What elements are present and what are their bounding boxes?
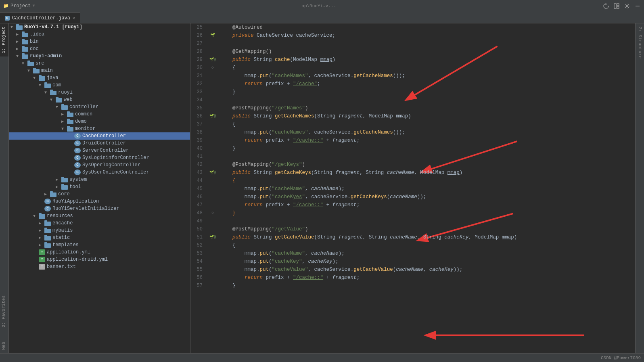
tree-bin[interactable]: ▶ bin [9, 38, 190, 45]
right-side-panel: Z: Structure [635, 23, 644, 353]
code-line-49: 49 [190, 217, 635, 225]
code-line-52: 52 { [190, 241, 635, 249]
project-panel-tab[interactable]: 1: Project [0, 23, 8, 56]
tree-java[interactable]: ▼ java [9, 74, 190, 82]
code-line-29: 29 🌱@ public String cache(ModelMap mmap) [190, 56, 635, 64]
code-line-30: 30 ◇ { [190, 64, 635, 72]
sync-icon[interactable] [603, 3, 609, 9]
svg-rect-16 [27, 61, 30, 63]
tree-monitor[interactable]: ▼ monitor [9, 125, 190, 132]
tree-ruoyi-application[interactable]: ▶ C RuoYiApplication [9, 198, 190, 205]
tree-tool[interactable]: ▶ tool [9, 183, 190, 190]
code-line-38: 38 mmap.put("cacheNames", cacheService.g… [190, 128, 635, 136]
svg-rect-0 [614, 4, 616, 8]
tree-server-controller[interactable]: ▶ C ServerController [9, 147, 190, 154]
svg-rect-28 [61, 104, 64, 106]
tree-ehcache[interactable]: ▶ ehcache [9, 220, 190, 227]
tree-cache-controller[interactable]: ▶ C CacheController [9, 132, 190, 140]
tree-common[interactable]: ▶ common [9, 111, 190, 118]
tree-ruoyi-admin[interactable]: ▼ ruoyi-admin [9, 52, 190, 60]
tree-core[interactable]: ▶ core [9, 190, 190, 198]
svg-rect-1 [617, 4, 619, 6]
code-line-32: 32 return prefix + "/cache"; [190, 80, 635, 88]
svg-rect-34 [67, 126, 70, 128]
svg-rect-14 [22, 53, 25, 55]
tree-root[interactable]: ▼ RuoYi-v4.7.1 [ruoyi] [9, 23, 190, 31]
tree-sysuseronline-controller[interactable]: ▶ C SysUserOnlineController [9, 169, 190, 176]
svg-rect-46 [44, 228, 47, 230]
tree-application-yml[interactable]: ▶ Y application.yml [9, 249, 190, 256]
svg-point-3 [626, 5, 628, 7]
tree-ruoyi[interactable]: ▼ ruoyi [9, 89, 190, 96]
tree-com[interactable]: ▼ com [9, 82, 190, 89]
code-line-39: 39 return prefix + "/cache::" + fragment… [190, 136, 635, 144]
code-line-51: 51 🌱@ public String getCacheValue(String… [190, 233, 635, 241]
project-label: Project [10, 3, 31, 9]
minimize-icon[interactable] [634, 3, 641, 9]
code-line-47: 47 return prefix + "/cache::" + fragment… [190, 201, 635, 209]
svg-rect-24 [50, 90, 53, 92]
code-line-26: 26 🌱 private CacheService cacheService; [190, 31, 635, 40]
title-bar: 📁 Project ▼ op\RuoYi-v... [0, 0, 644, 12]
code-line-45: 45 mmap.put("cacheName", cacheName); [190, 185, 635, 193]
code-line-34: 34 [190, 96, 635, 104]
code-line-27: 27 [190, 40, 635, 48]
tab-cachcontroller[interactable]: C CacheController.java ✕ [0, 13, 80, 23]
title-bar-project[interactable]: 📁 Project ▼ [3, 3, 35, 9]
tree-syslogininfor-controller[interactable]: ▶ C SysLogininforController [9, 154, 190, 161]
tree-static[interactable]: ▶ static [9, 234, 190, 241]
title-bar-center: op\RuoYi-v... [38, 4, 600, 8]
tree-idea[interactable]: ▶ .idea [9, 31, 190, 38]
code-line-43: 43 🌱@ public String getCacheKeys(String … [190, 169, 635, 177]
svg-rect-8 [22, 31, 25, 33]
tree-ruoyi-servlet[interactable]: ▶ C RuoYiServletInitializer [9, 205, 190, 212]
code-line-25: 25 @Autowired [190, 23, 635, 31]
tree-src[interactable]: ▼ src [9, 60, 190, 67]
code-line-41: 41 [190, 153, 635, 161]
layout-icon[interactable] [613, 3, 620, 9]
favorites-panel-tab[interactable]: 2: Favorites [0, 292, 8, 331]
svg-rect-50 [44, 242, 47, 244]
tab-close-icon[interactable]: ✕ [73, 16, 75, 21]
code-line-46: 46 mmap.put("cacheKyes", cacheService.ge… [190, 193, 635, 201]
tree-main[interactable]: ▼ main [9, 67, 190, 74]
tab-label: CacheController.java [12, 15, 70, 21]
structure-panel-tab[interactable]: Z: Structure [636, 23, 644, 62]
svg-rect-10 [22, 39, 25, 41]
code-line-40: 40 } [190, 144, 635, 153]
file-tree: ▼ RuoYi-v4.7.1 [ruoyi] ▶ .idea ▶ bin ▶ d… [9, 23, 190, 270]
svg-rect-38 [61, 184, 64, 186]
tree-application-druid-yml[interactable]: ▶ Y application-druid.yml [9, 256, 190, 263]
svg-rect-2 [617, 6, 619, 8]
web-panel-tab[interactable]: Web [0, 339, 8, 353]
tree-banner-txt[interactable]: ▶ T banner.txt [9, 263, 190, 270]
code-editor[interactable]: 25 @Autowired 26 🌱 private CacheService … [190, 23, 635, 353]
svg-rect-22 [44, 82, 47, 84]
tree-mybatis[interactable]: ▶ mybatis [9, 227, 190, 234]
code-line-44: 44 { [190, 177, 635, 185]
tree-templates[interactable]: ▶ templates [9, 241, 190, 249]
main-layout: 1: Project 2: Favorites Web ▼ RuoYi-v4.7… [0, 23, 644, 353]
code-line-31: 31 mmap.put("cacheNames", cacheService.g… [190, 72, 635, 80]
settings-icon[interactable] [624, 3, 630, 9]
attribution-text: CSDN @Power7089 [601, 356, 641, 360]
tree-system[interactable]: ▶ system [9, 176, 190, 183]
tree-web[interactable]: ▼ web [9, 96, 190, 103]
code-line-36: 36 🌱@ public String getCacheNames(String… [190, 112, 635, 120]
tree-druid-controller[interactable]: ▶ C DruidController [9, 140, 190, 147]
svg-rect-30 [67, 111, 70, 113]
svg-rect-44 [44, 220, 47, 222]
tree-resources[interactable]: ▼ resources [9, 212, 190, 220]
code-line-53: 53 mmap.put("cacheName", cacheName); [190, 249, 635, 257]
code-line-55: 55 mmap.put("cacheValue", cacheService.g… [190, 266, 635, 274]
tree-demo[interactable]: ▶ demo [9, 118, 190, 125]
svg-rect-26 [56, 97, 59, 99]
svg-rect-18 [33, 68, 36, 70]
tree-controller[interactable]: ▼ controller [9, 103, 190, 111]
code-line-54: 54 mmap.put("cacheKey", cacheKey); [190, 257, 635, 266]
code-line-42: 42 @PostMapping("/getKeys") [190, 161, 635, 169]
tree-sysoperlog-controller[interactable]: ▶ C SysOperlogController [9, 161, 190, 169]
code-line-33: 33 } [190, 88, 635, 96]
code-line-48: 48 ◇ } [190, 209, 635, 217]
tree-doc[interactable]: ▶ doc [9, 45, 190, 52]
